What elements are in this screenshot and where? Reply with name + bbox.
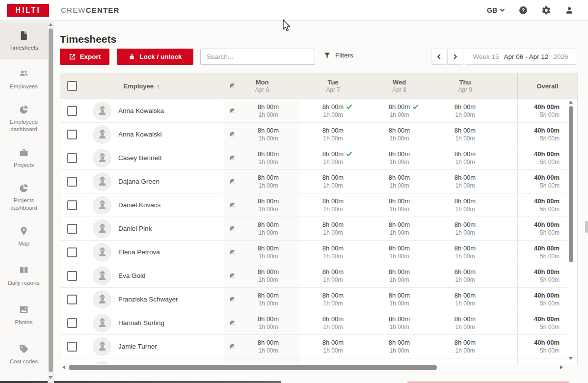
timesheet-day-cell[interactable]: 8h 00m 1h 00m [366,193,432,217]
timesheet-day-cell[interactable]: 8h 00m 1h 00m [224,241,300,264]
sidebar-item-employees[interactable]: Employees [0,59,48,99]
timesheet-day-cell[interactable]: 8h 00m 1h 00m [366,146,432,169]
table-vertical-scrollbar[interactable] [567,99,575,363]
scroll-down-arrow-icon[interactable] [49,376,53,379]
row-checkbox[interactable] [67,130,77,139]
filters-button[interactable]: Filters [323,52,353,59]
scroll-down-arrow-icon[interactable] [569,357,573,360]
employee-cell[interactable]: Dajana Green [89,170,224,193]
sidebar-item-photos[interactable]: Photos [0,295,48,334]
sidebar-item-map[interactable]: Map [0,217,48,256]
timesheet-day-cell[interactable]: 8h 00m 1h 00m [432,264,517,287]
locale-selector[interactable]: GB [487,6,505,14]
next-week-button[interactable] [447,49,463,65]
timesheet-day-cell[interactable]: 8h 00m 1h 00m [366,123,432,146]
timesheet-day-cell[interactable]: 8h 00m 1h 00m [366,99,432,122]
timesheet-day-cell[interactable]: 8h 00m 1h 00m [300,99,366,122]
timesheet-day-cell[interactable]: 8h 00m 1h 00m [366,288,432,311]
timesheet-day-cell[interactable]: 8h 00m 1h 00m [432,288,517,311]
employee-cell[interactable]: Franziska Schwayer [89,288,224,311]
sidebar-item-employees-dashboard[interactable]: Employees dashboard [0,99,48,138]
employee-cell[interactable]: Hannah Surfing [89,311,224,334]
timesheet-day-cell[interactable]: 8h 00m 1h 00m [366,264,432,287]
timesheet-day-cell[interactable]: 8h 00m 1h 00m [432,146,517,169]
timesheet-day-cell[interactable]: 8h 00m 1h 00m [224,264,300,287]
employee-cell[interactable]: Daniel Kovacs [89,193,224,217]
vertical-scrollbar-thumb[interactable] [569,106,573,262]
previous-week-button[interactable] [431,49,447,65]
timesheet-day-cell[interactable]: 8h 00m 1h 00m [366,335,432,358]
row-checkbox[interactable] [67,200,77,210]
timesheet-day-cell[interactable]: 8h 00m 1h 00m [300,170,366,193]
timesheet-day-cell[interactable]: 8h 00m 1h 00m [300,264,366,287]
timesheet-day-cell[interactable]: 8h 00m 1h 00m [432,170,517,193]
sidebar-item-projects[interactable]: Projects [0,138,48,177]
row-checkbox[interactable] [67,153,77,163]
timesheet-day-cell[interactable]: 8h 00m 1h 00m [300,123,366,146]
lock-unlock-button[interactable]: Lock / unlock [117,49,193,65]
sidebar-item-timesheets[interactable]: Timesheets [0,22,48,59]
timesheet-day-cell[interactable]: 8h 00m 1h 00m [300,241,366,264]
timesheet-day-cell[interactable]: 8h 00m 1h 00m [366,170,432,193]
timesheet-day-cell[interactable]: 8h 00m 1h 00m [432,123,517,146]
week-selector[interactable]: Week 15 Apr 06 - Apr 12 2026 [465,49,576,65]
account-icon[interactable] [564,5,574,15]
row-checkbox[interactable] [67,295,77,304]
timesheet-day-cell[interactable]: 8h 00m 1h 00m [300,217,366,240]
timesheet-day-cell[interactable]: 8h 00m 1h 00m [300,288,366,311]
row-checkbox[interactable] [67,177,77,187]
timesheet-day-cell[interactable]: 8h 00m 1h 00m [224,170,300,193]
sidebar-scrollbar[interactable] [48,20,54,383]
timesheet-day-cell[interactable]: 8h 00m 1h 00m [366,241,432,264]
employee-cell[interactable]: Jamie Turner [89,335,224,358]
timesheet-day-cell[interactable]: 8h 00m 1h 00m [366,311,432,334]
timesheet-day-cell[interactable]: 8h 00m 1h 00m [224,217,300,240]
sidebar-item-cost-codes[interactable]: Cost codes [0,334,48,374]
timesheet-day-cell[interactable]: 8h 00m 1h 00m [432,217,517,240]
timesheet-day-cell[interactable]: 8h 00m 1h 00m [224,311,300,334]
employee-cell[interactable]: Daniel Pink [89,217,224,240]
scroll-left-arrow-icon[interactable] [62,365,65,369]
timesheet-day-cell[interactable]: 8h 00m 1h 00m [300,193,366,217]
sidebar-item-projects-dashboard[interactable]: Projects dashboard [0,177,48,217]
timesheet-day-cell[interactable]: 8h 00m 1h 00m [432,193,517,217]
timesheet-day-cell[interactable]: 8h 00m 1h 00m [366,217,432,240]
timesheet-day-cell[interactable]: 8h 00m 1h 00m [224,99,300,122]
employee-cell[interactable]: Elena Petrova [89,241,224,264]
horizontal-scrollbar-thumb[interactable] [69,365,437,370]
timesheet-day-cell[interactable]: 8h 00m 1h 00m [224,123,300,146]
timesheet-day-cell[interactable]: 8h 00m 1h 00m [300,146,366,169]
scroll-up-arrow-icon[interactable] [569,101,573,104]
timesheet-day-cell[interactable]: 8h 00m 1h 00m [432,99,517,122]
scroll-up-arrow-icon[interactable] [49,23,53,26]
employee-cell[interactable]: Anna Kowalska [89,99,224,122]
row-checkbox[interactable] [67,247,77,257]
timesheet-day-cell[interactable]: 8h 00m 1h 00m [300,311,366,334]
table-horizontal-scrollbar[interactable] [60,364,577,371]
row-checkbox[interactable] [67,106,77,116]
timesheet-day-cell[interactable]: 8h 00m 1h 00m [224,335,300,358]
row-checkbox[interactable] [67,224,77,234]
employee-column-header[interactable]: Employee ↑ [89,73,224,99]
employee-cell[interactable]: Casey Bennett [89,146,224,169]
timesheet-day-cell[interactable]: 8h 00m 1h 00m [432,335,517,358]
scroll-right-arrow-icon[interactable] [560,365,563,369]
search-input[interactable] [200,49,315,65]
timesheet-day-cell[interactable]: 8h 00m 1h 00m [224,288,300,311]
row-checkbox[interactable] [67,271,77,281]
timesheet-day-cell[interactable]: 8h 00m 1h 00m [432,241,517,264]
timesheet-day-cell[interactable]: 8h 00m 1h 00m [224,193,300,217]
employee-cell[interactable]: Anna Kowalski [89,123,224,146]
sidebar-scrollbar-thumb[interactable] [49,28,53,372]
row-checkbox[interactable] [67,318,77,328]
sidebar-item-daily-reports[interactable]: Daily reports [0,256,48,295]
timesheet-day-cell[interactable]: 8h 00m 1h 00m [432,311,517,334]
gear-icon[interactable] [541,5,551,15]
select-all-checkbox[interactable] [67,81,77,91]
help-icon[interactable]: ? [518,5,528,15]
employee-cell[interactable]: Eva Gold [89,264,224,287]
export-button[interactable]: Export [60,49,109,65]
timesheet-day-cell[interactable]: 8h 00m 1h 00m [300,335,366,358]
timesheet-day-cell[interactable]: 8h 00m 1h 00m [224,146,300,169]
row-checkbox[interactable] [67,342,77,352]
